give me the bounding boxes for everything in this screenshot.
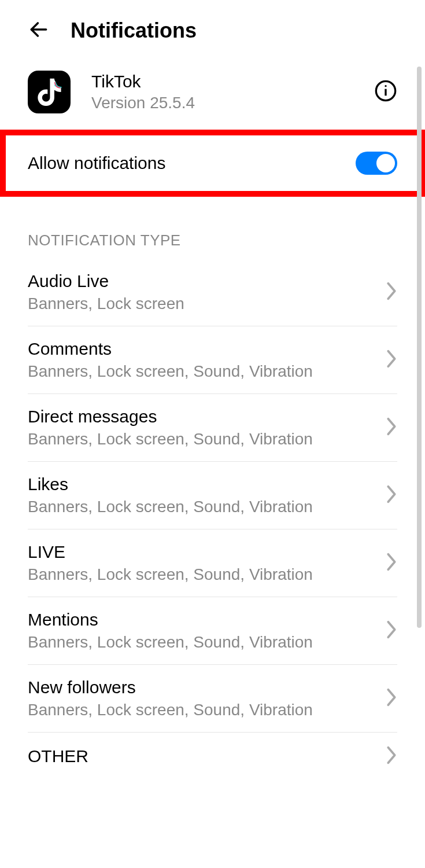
list-item-comments[interactable]: Comments Banners, Lock screen, Sound, Vi… bbox=[28, 326, 397, 394]
app-name: TikTok bbox=[91, 72, 353, 91]
item-title: Mentions bbox=[28, 610, 386, 630]
chevron-right-icon bbox=[386, 745, 397, 767]
item-title: New followers bbox=[28, 678, 386, 697]
item-title: Likes bbox=[28, 475, 386, 494]
chevron-right-icon bbox=[386, 620, 397, 642]
allow-notifications-label: Allow notifications bbox=[28, 153, 165, 173]
chevron-right-icon bbox=[386, 281, 397, 303]
allow-notifications-row[interactable]: Allow notifications bbox=[0, 130, 425, 197]
allow-notifications-toggle[interactable] bbox=[356, 152, 397, 175]
list-item-other[interactable]: OTHER bbox=[28, 733, 397, 780]
page-title: Notifications bbox=[71, 19, 197, 43]
app-info-row: TikTok Version 25.5.4 bbox=[0, 54, 425, 130]
chevron-right-icon bbox=[386, 552, 397, 574]
item-sub: Banners, Lock screen, Sound, Vibration bbox=[28, 498, 386, 516]
item-sub: Banners, Lock screen, Sound, Vibration bbox=[28, 701, 386, 719]
chevron-right-icon bbox=[386, 349, 397, 371]
list-item-direct-messages[interactable]: Direct messages Banners, Lock screen, So… bbox=[28, 394, 397, 462]
item-title: Direct messages bbox=[28, 407, 386, 426]
list-item-live[interactable]: LIVE Banners, Lock screen, Sound, Vibrat… bbox=[28, 529, 397, 597]
item-title: OTHER bbox=[28, 746, 386, 766]
list-item-likes[interactable]: Likes Banners, Lock screen, Sound, Vibra… bbox=[28, 462, 397, 529]
item-sub: Banners, Lock screen bbox=[28, 295, 386, 313]
svg-point-3 bbox=[385, 85, 386, 87]
item-sub: Banners, Lock screen, Sound, Vibration bbox=[28, 633, 386, 652]
item-sub: Banners, Lock screen, Sound, Vibration bbox=[28, 430, 386, 448]
scrollbar[interactable] bbox=[417, 67, 422, 628]
section-header: NOTIFICATION TYPE bbox=[0, 197, 425, 259]
list-item-audio-live[interactable]: Audio Live Banners, Lock screen bbox=[28, 259, 397, 326]
chevron-right-icon bbox=[386, 417, 397, 439]
notification-type-list: Audio Live Banners, Lock screen Comments… bbox=[0, 259, 425, 780]
list-item-new-followers[interactable]: New followers Banners, Lock screen, Soun… bbox=[28, 665, 397, 733]
back-arrow-icon[interactable] bbox=[28, 19, 50, 43]
toggle-knob bbox=[376, 154, 395, 172]
info-icon[interactable] bbox=[374, 79, 397, 105]
item-title: Audio Live bbox=[28, 271, 386, 291]
app-version: Version 25.5.4 bbox=[91, 94, 353, 112]
app-icon bbox=[28, 71, 71, 113]
chevron-right-icon bbox=[386, 484, 397, 506]
chevron-right-icon bbox=[386, 687, 397, 709]
item-title: LIVE bbox=[28, 542, 386, 562]
item-sub: Banners, Lock screen, Sound, Vibration bbox=[28, 565, 386, 584]
item-sub: Banners, Lock screen, Sound, Vibration bbox=[28, 362, 386, 381]
item-title: Comments bbox=[28, 339, 386, 359]
list-item-mentions[interactable]: Mentions Banners, Lock screen, Sound, Vi… bbox=[28, 597, 397, 665]
